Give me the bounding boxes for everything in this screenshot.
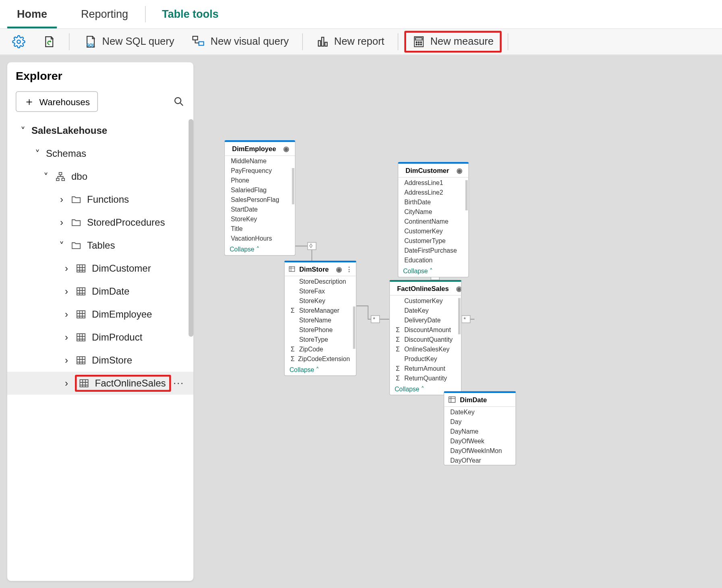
new-report-button[interactable]: New report	[309, 33, 392, 51]
field-row[interactable]: AddressLine2	[398, 187, 469, 197]
tree-item-storedprocedures[interactable]: › StoredProcedures	[7, 211, 193, 234]
field-label: DateKey	[405, 307, 429, 314]
field-row[interactable]: DayName	[444, 426, 516, 436]
scrollbar[interactable]	[292, 168, 295, 204]
field-row[interactable]: MiddleName	[225, 156, 295, 166]
tree-item-tables[interactable]: ˅ Tables	[7, 234, 193, 257]
settings-button[interactable]	[5, 33, 33, 51]
field-row[interactable]: StoreDescription	[285, 276, 356, 286]
field-row[interactable]: CustomerKey	[390, 296, 461, 305]
field-row[interactable]: DateKey	[444, 407, 516, 417]
chevron-right-icon: ›	[63, 332, 70, 343]
field-row[interactable]: StoreType	[285, 335, 356, 344]
field-row[interactable]: StoreKey	[285, 296, 356, 305]
more-icon[interactable]: ⋯	[171, 377, 186, 390]
scrollbar[interactable]	[465, 180, 468, 210]
field-row[interactable]: DayOfWeek	[444, 436, 516, 446]
visibility-icon[interactable]: ◉	[336, 265, 342, 273]
field-row[interactable]: Day	[444, 417, 516, 426]
visibility-icon[interactable]: ◉	[456, 166, 463, 175]
sigma-icon: Σ	[291, 355, 296, 362]
add-warehouses-button[interactable]: ＋ Warehouses	[16, 91, 98, 112]
more-icon[interactable]: ⋮	[346, 265, 353, 273]
tab-table-tools[interactable]: Table tools	[145, 0, 236, 29]
new-report-label: New report	[334, 36, 384, 48]
field-row[interactable]: CustomerKey	[398, 226, 469, 236]
collapse-button[interactable]: Collapse˄	[398, 265, 469, 277]
tree-item-dimcustomer[interactable]: › DimCustomer	[7, 257, 193, 280]
field-row[interactable]: DateFirstPurchase	[398, 245, 469, 255]
field-label: OnlineSalesKey	[405, 345, 450, 353]
field-row[interactable]: CityName	[398, 207, 469, 216]
new-measure-button[interactable]: New measure	[404, 31, 501, 53]
new-sql-query-button[interactable]: SQL New SQL query	[76, 32, 182, 52]
field-row[interactable]: ProductKey	[390, 354, 461, 364]
collapse-button[interactable]: Collapse˄	[285, 364, 356, 376]
tree-item-dimproduct[interactable]: › DimProduct	[7, 326, 193, 349]
refresh-button[interactable]	[35, 33, 63, 51]
field-row[interactable]: StoreKey	[225, 214, 295, 224]
field-row[interactable]: ΣZipCodeExtension	[285, 354, 356, 364]
field-label: CustomerKey	[405, 297, 443, 304]
table-card-dimstore[interactable]: DimStore ◉ ⋮ StoreDescriptionStoreFaxSto…	[284, 261, 357, 376]
field-row[interactable]: DayOfYear	[444, 455, 516, 465]
field-row[interactable]: DeliveryDate	[390, 315, 461, 325]
field-label: StoreType	[299, 336, 328, 343]
table-card-dimcustomer[interactable]: DimCustomer ◉ ⋮ AddressLine1AddressLine2…	[398, 162, 469, 278]
field-row[interactable]: SalariedFlag	[225, 185, 295, 195]
scrollbar[interactable]	[189, 119, 193, 337]
field-row[interactable]: ΣReturnAmount	[390, 364, 461, 373]
field-row[interactable]: AddressLine1	[398, 178, 469, 187]
tree-item-dimdate[interactable]: › DimDate	[7, 280, 193, 303]
tab-reporting[interactable]: Reporting	[64, 0, 145, 29]
field-row[interactable]: DateKey	[390, 305, 461, 315]
field-row[interactable]: SalesPersonFlag	[225, 195, 295, 204]
field-row[interactable]: ΣReturnQuantity	[390, 373, 461, 383]
collapse-button[interactable]: Collapse˄	[225, 243, 295, 255]
field-row[interactable]: ContinentName	[398, 216, 469, 226]
field-row[interactable]: ΣZipCode	[285, 344, 356, 354]
field-row[interactable]: ΣStoreManager	[285, 305, 356, 315]
visibility-icon[interactable]: ◉	[456, 285, 462, 293]
field-label: ReturnAmount	[405, 365, 446, 372]
scrollbar[interactable]	[458, 298, 461, 335]
new-visual-query-button[interactable]: New visual query	[184, 32, 296, 52]
visual-query-icon	[191, 35, 206, 49]
tree-item-functions[interactable]: › Functions	[7, 188, 193, 211]
field-row[interactable]: Phone	[225, 175, 295, 185]
search-icon[interactable]	[173, 96, 185, 108]
tree-item-dimemployee[interactable]: › DimEmployee	[7, 303, 193, 326]
field-row[interactable]: StorePhone	[285, 325, 356, 335]
field-row[interactable]: DayOfWeekInMon	[444, 446, 516, 455]
table-card-factonlinesales[interactable]: FactOnlineSales ◉ ⋮ CustomerKeyDateKeyDe…	[389, 280, 462, 396]
more-icon[interactable]: ⋮	[293, 145, 295, 153]
tab-home[interactable]: Home	[0, 0, 64, 29]
table-card-dimemployee[interactable]: DimEmployee ◉ ⋮ MiddleNamePayFrequencyPh…	[224, 140, 296, 256]
scrollbar[interactable]	[353, 307, 355, 349]
field-row[interactable]: ΣDiscountAmount	[390, 325, 461, 335]
field-row[interactable]: CustomerType	[398, 236, 469, 245]
diagram-canvas[interactable]: 1 ◊ * 1 * 1 ◊ * * *	[0, 55, 722, 588]
field-label: ProductKey	[405, 355, 437, 362]
tree-item-schemas[interactable]: ˅ Schemas	[7, 142, 193, 165]
svg-rect-23	[371, 316, 380, 323]
field-row[interactable]: StartDate	[225, 204, 295, 214]
field-row[interactable]: ΣOnlineSalesKey	[390, 344, 461, 354]
field-row[interactable]: BirthDate	[398, 197, 469, 207]
more-icon[interactable]: ⋮	[466, 166, 469, 175]
tree-item-dimstore[interactable]: › DimStore	[7, 349, 193, 372]
field-row[interactable]: Title	[225, 224, 295, 233]
tree-item-dbo[interactable]: ˅ dbo	[7, 165, 193, 188]
field-row[interactable]: PayFrequency	[225, 166, 295, 175]
field-row[interactable]: Education	[398, 255, 469, 265]
sigma-icon: Σ	[291, 307, 297, 314]
field-row[interactable]: StoreName	[285, 315, 356, 325]
field-row[interactable]: StoreFax	[285, 286, 356, 296]
visibility-icon[interactable]: ◉	[283, 145, 289, 153]
sigma-icon: Σ	[396, 345, 402, 353]
table-card-dimdate[interactable]: DimDate DateKeyDayDayNameDayOfWeekDayOfW…	[444, 391, 516, 466]
tree-item-factonlinesales[interactable]: › FactOnlineSales ⋯	[7, 372, 193, 395]
field-row[interactable]: VacationHours	[225, 233, 295, 243]
field-row[interactable]: ΣDiscountQuantity	[390, 335, 461, 344]
tree-item-saleslakehouse[interactable]: ˅ SalesLakehouse	[7, 119, 193, 142]
